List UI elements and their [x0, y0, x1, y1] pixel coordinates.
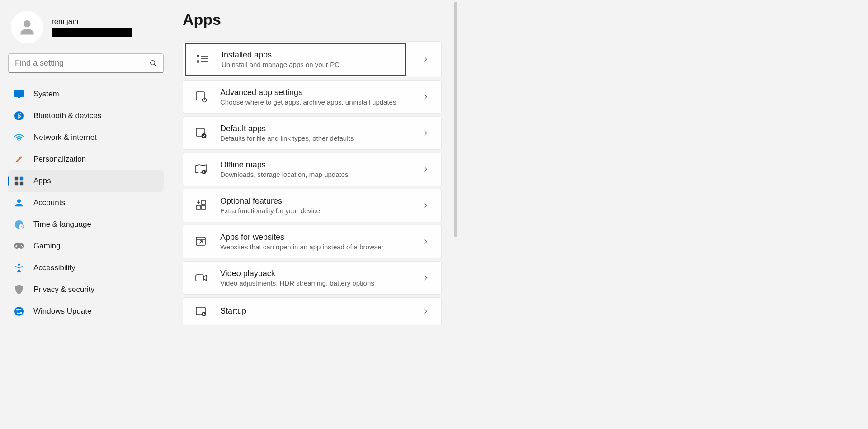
svg-rect-30 — [202, 200, 205, 204]
sidebar-item-label: Apps — [33, 176, 51, 186]
sidebar-item-time[interactable]: Time & language — [8, 214, 164, 235]
sidebar-item-label: Personalization — [33, 155, 86, 164]
sidebar-item-accessibility[interactable]: Accessibility — [8, 257, 164, 279]
card-title: Startup — [220, 306, 409, 316]
grid-plus-icon — [195, 199, 208, 212]
svg-rect-31 — [196, 237, 205, 245]
profile-name: reni jain — [52, 17, 132, 26]
apps-icon — [14, 176, 24, 186]
sidebar-item-personalization[interactable]: Personalization — [8, 148, 164, 170]
map-download-icon — [195, 163, 208, 176]
svg-rect-9 — [15, 182, 18, 185]
card-title: Default apps — [220, 124, 409, 133]
profile-info: reni jain — [52, 17, 132, 37]
svg-rect-8 — [20, 177, 23, 180]
app-check-icon — [195, 127, 208, 139]
card-subtitle: Uninstall and manage apps on your PC — [222, 61, 340, 68]
chevron-right-icon — [421, 129, 429, 137]
svg-point-0 — [24, 20, 30, 27]
card-title: Video playback — [220, 269, 409, 278]
chevron-right-icon — [421, 238, 429, 246]
svg-rect-33 — [196, 275, 203, 281]
svg-point-17 — [14, 307, 24, 316]
card-apps-for-websites[interactable]: Apps for websites Websites that can open… — [183, 225, 442, 258]
sidebar-item-label: Privacy & security — [33, 285, 94, 294]
svg-rect-10 — [20, 182, 23, 185]
shield-icon — [14, 284, 24, 295]
svg-rect-7 — [15, 177, 18, 180]
svg-point-5 — [14, 111, 24, 120]
svg-point-14 — [21, 245, 22, 247]
svg-rect-29 — [202, 205, 205, 209]
sidebar-item-label: Time & language — [33, 220, 91, 229]
svg-rect-18 — [197, 55, 199, 57]
video-icon — [195, 272, 208, 284]
chevron-right-icon — [421, 201, 429, 210]
sync-icon — [14, 306, 24, 317]
gamepad-icon — [14, 241, 24, 252]
paintbrush-icon — [14, 154, 24, 165]
sidebar-item-network[interactable]: Network & internet — [8, 127, 164, 148]
sidebar-item-label: Bluetooth & devices — [33, 111, 101, 120]
card-title: Advanced app settings — [220, 88, 409, 97]
svg-point-1 — [151, 61, 155, 65]
card-default-apps[interactable]: Default apps Defaults for file and link … — [183, 116, 442, 150]
sidebar-item-apps[interactable]: Apps — [8, 170, 164, 192]
card-video-playback[interactable]: Video playback Video adjustments, HDR st… — [183, 261, 442, 295]
card-optional-features[interactable]: Optional features Extra functionality fo… — [183, 189, 442, 222]
accessibility-icon — [14, 262, 24, 273]
sidebar-item-gaming[interactable]: Gaming — [8, 235, 164, 257]
sidebar-item-system[interactable]: System — [8, 83, 164, 105]
card-title: Apps for websites — [220, 233, 409, 242]
window-link-icon — [195, 235, 208, 248]
card-title: Optional features — [220, 196, 409, 206]
chevron-right-icon — [421, 307, 429, 315]
chevron-right-icon — [421, 274, 429, 282]
card-startup[interactable]: Startup — [183, 297, 442, 325]
search-icon — [149, 59, 157, 67]
sidebar-item-label: System — [33, 90, 59, 99]
card-subtitle: Downloads, storage location, map updates — [220, 171, 409, 178]
chevron-right-icon — [421, 93, 429, 101]
svg-rect-4 — [18, 97, 20, 98]
sidebar-item-bluetooth[interactable]: Bluetooth & devices — [8, 105, 164, 127]
profile-email-redacted — [52, 28, 132, 37]
bluetooth-icon — [14, 110, 24, 121]
svg-point-11 — [17, 199, 21, 203]
startup-icon — [195, 305, 208, 318]
person-icon — [14, 197, 24, 208]
page-title: Apps — [183, 11, 442, 29]
chevron-right-icon — [421, 165, 429, 173]
card-installed-apps[interactable]: Installed apps Uninstall and manage apps… — [183, 41, 442, 77]
svg-point-6 — [18, 140, 19, 141]
card-advanced-app-settings[interactable]: Advanced app settings Choose where to ge… — [183, 80, 442, 114]
svg-line-2 — [154, 64, 156, 67]
chevron-right-icon — [421, 55, 429, 63]
sidebar-item-privacy[interactable]: Privacy & security — [8, 279, 164, 300]
highlight-annotation: Installed apps Uninstall and manage apps… — [185, 43, 406, 76]
svg-rect-28 — [197, 205, 200, 209]
sidebar-item-update[interactable]: Windows Update — [8, 300, 164, 322]
card-title: Installed apps — [222, 50, 340, 60]
svg-point-26 — [202, 133, 207, 138]
list-icon — [196, 53, 209, 66]
card-offline-maps[interactable]: Offline maps Downloads, storage location… — [183, 153, 442, 186]
sidebar-item-accounts[interactable]: Accounts — [8, 192, 164, 214]
display-icon — [14, 89, 24, 100]
profile[interactable]: reni jain — [8, 11, 164, 52]
main-content: Apps Installed apps Uninstall and manage… — [172, 0, 458, 328]
search-box[interactable] — [8, 53, 164, 73]
clock-globe-icon — [14, 219, 24, 230]
card-subtitle: Defaults for file and link types, other … — [220, 134, 409, 142]
person-icon — [17, 17, 37, 37]
avatar — [11, 11, 43, 43]
scrollbar[interactable] — [454, 2, 457, 237]
svg-point-15 — [22, 246, 23, 248]
sidebar-item-label: Windows Update — [33, 307, 92, 316]
svg-rect-3 — [14, 90, 24, 97]
card-subtitle: Choose where to get apps, archive apps, … — [220, 98, 409, 106]
card-subtitle: Video adjustments, HDR streaming, batter… — [220, 279, 409, 287]
search-input[interactable] — [8, 53, 164, 73]
sidebar: reni jain System Bluetooth & devices — [0, 0, 172, 429]
svg-point-16 — [18, 263, 20, 266]
